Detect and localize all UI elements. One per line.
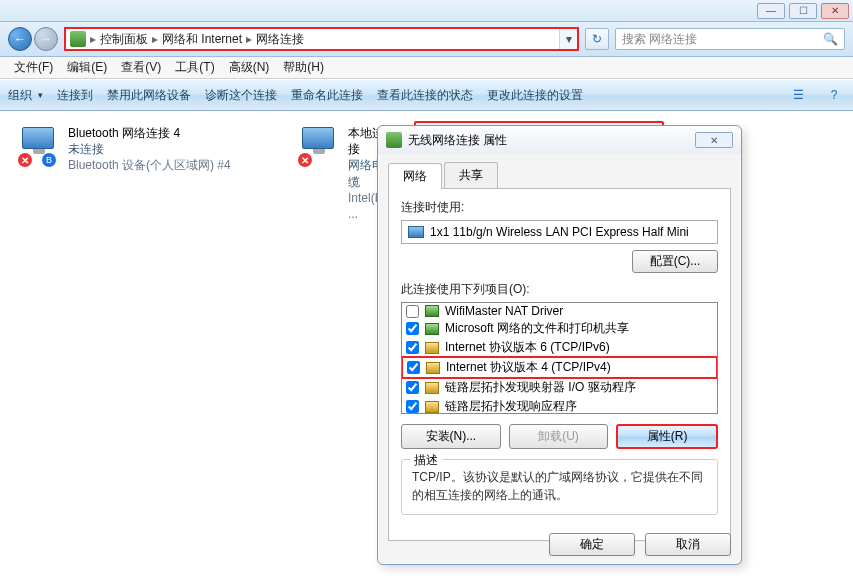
breadcrumb-sep-icon: ▸: [152, 32, 158, 46]
cmd-status[interactable]: 查看此连接的状态: [377, 87, 473, 104]
ok-button[interactable]: 确定: [549, 533, 635, 556]
item-checkbox[interactable]: [406, 341, 419, 354]
network-item-row[interactable]: 链路层拓扑发现响应程序: [402, 397, 717, 414]
dialog-title-bar[interactable]: 无线网络连接 属性 ✕: [378, 126, 741, 154]
command-bar: 组织 连接到 禁用此网络设备 诊断这个连接 重命名此连接 查看此连接的状态 更改…: [0, 79, 853, 111]
search-icon: 🔍: [823, 32, 838, 46]
breadcrumb-part-1[interactable]: 网络和 Internet: [162, 31, 242, 48]
description-text: TCP/IP。该协议是默认的广域网络协议，它提供在不同的相互连接的网络上的通讯。: [412, 468, 707, 504]
menu-file[interactable]: 文件(F): [8, 57, 59, 78]
cmd-rename[interactable]: 重命名此连接: [291, 87, 363, 104]
items-list-label: 此连接使用下列项目(O):: [401, 281, 718, 298]
item-checkbox[interactable]: [406, 322, 419, 335]
network-adapter-icon: ✕ B: [18, 125, 60, 167]
network-items-list[interactable]: WifiMaster NAT DriverMicrosoft 网络的文件和打印机…: [401, 302, 718, 414]
network-icon: [386, 132, 402, 148]
help-icon[interactable]: ?: [823, 84, 845, 106]
connection-device: Bluetooth 设备(个人区域网) #4: [68, 157, 231, 173]
menu-help[interactable]: 帮助(H): [277, 57, 330, 78]
item-checkbox[interactable]: [406, 305, 419, 318]
dialog-title: 无线网络连接 属性: [408, 132, 507, 149]
cmd-disable[interactable]: 禁用此网络设备: [107, 87, 191, 104]
adapter-name: 1x1 11b/g/n Wireless LAN PCI Express Hal…: [430, 225, 689, 239]
protocol-icon: [425, 401, 439, 413]
adapter-field: 1x1 11b/g/n Wireless LAN PCI Express Hal…: [401, 220, 718, 244]
cmd-connect[interactable]: 连接到: [57, 87, 93, 104]
breadcrumb-part-0[interactable]: 控制面板: [100, 31, 148, 48]
item-label: Microsoft 网络的文件和打印机共享: [445, 320, 629, 337]
control-panel-icon: [70, 31, 86, 47]
search-placeholder: 搜索 网络连接: [622, 31, 697, 48]
breadcrumb-sep-icon: ▸: [246, 32, 252, 46]
item-checkbox[interactable]: [406, 381, 419, 394]
refresh-button[interactable]: ↻: [585, 28, 609, 50]
item-checkbox[interactable]: [407, 361, 420, 374]
adapter-icon: [408, 226, 424, 238]
view-mode-icon[interactable]: ☰: [787, 84, 809, 106]
connection-item-lan[interactable]: ✕ 本地连接 网络电缆 Intel(R) ...: [294, 121, 384, 226]
uninstall-button[interactable]: 卸载(U): [509, 424, 609, 449]
install-button[interactable]: 安装(N)...: [401, 424, 501, 449]
item-label: WifiMaster NAT Driver: [445, 304, 563, 318]
window-maximize-button[interactable]: ☐: [789, 3, 817, 19]
connection-item-bluetooth[interactable]: ✕ B Bluetooth 网络连接 4 未连接 Bluetooth 设备(个人…: [14, 121, 264, 226]
protocol-icon: [425, 305, 439, 317]
breadcrumb-address-bar[interactable]: ▸ 控制面板 ▸ 网络和 Internet ▸ 网络连接 ▾: [64, 27, 579, 51]
cancel-button[interactable]: 取消: [645, 533, 731, 556]
breadcrumb-dropdown-icon[interactable]: ▾: [559, 29, 577, 49]
configure-button[interactable]: 配置(C)...: [632, 250, 718, 273]
protocol-icon: [425, 382, 439, 394]
protocol-icon: [426, 362, 440, 374]
item-label: Internet 协议版本 4 (TCP/IPv4): [446, 359, 611, 376]
menu-view[interactable]: 查看(V): [115, 57, 167, 78]
item-label: Internet 协议版本 6 (TCP/IPv6): [445, 339, 610, 356]
menu-tools[interactable]: 工具(T): [169, 57, 220, 78]
window-titlebar: — ☐ ✕: [0, 0, 853, 22]
menu-advanced[interactable]: 高级(N): [223, 57, 276, 78]
window-minimize-button[interactable]: —: [757, 3, 785, 19]
bluetooth-icon: B: [42, 153, 56, 167]
network-item-row[interactable]: Microsoft 网络的文件和打印机共享: [402, 319, 717, 338]
item-label: 链路层拓扑发现响应程序: [445, 398, 577, 414]
network-item-row[interactable]: WifiMaster NAT Driver: [402, 303, 717, 319]
menu-bar: 文件(F) 编辑(E) 查看(V) 工具(T) 高级(N) 帮助(H): [0, 57, 853, 79]
breadcrumb-sep-icon: ▸: [90, 32, 96, 46]
network-item-row[interactable]: 链路层拓扑发现映射器 I/O 驱动程序: [402, 378, 717, 397]
item-checkbox[interactable]: [406, 400, 419, 413]
item-label: 链路层拓扑发现映射器 I/O 驱动程序: [445, 379, 636, 396]
protocol-icon: [425, 342, 439, 354]
connect-using-label: 连接时使用:: [401, 199, 718, 216]
description-frame: 描述 TCP/IP。该协议是默认的广域网络协议，它提供在不同的相互连接的网络上的…: [401, 459, 718, 515]
connection-title: Bluetooth 网络连接 4: [68, 125, 231, 141]
protocol-icon: [425, 323, 439, 335]
network-item-row[interactable]: Internet 协议版本 6 (TCP/IPv6): [402, 338, 717, 357]
tab-panel-network: 连接时使用: 1x1 11b/g/n Wireless LAN PCI Expr…: [388, 189, 731, 541]
properties-button[interactable]: 属性(R): [616, 424, 718, 449]
connection-status: 未连接: [68, 141, 231, 157]
address-bar-row: ← → ▸ 控制面板 ▸ 网络和 Internet ▸ 网络连接 ▾ ↻ 搜索 …: [0, 22, 853, 57]
window-close-button[interactable]: ✕: [821, 3, 849, 19]
breadcrumb-part-2[interactable]: 网络连接: [256, 31, 304, 48]
network-adapter-icon: ✕: [298, 125, 340, 167]
disconnected-x-icon: ✕: [298, 153, 312, 167]
cmd-change-settings[interactable]: 更改此连接的设置: [487, 87, 583, 104]
properties-dialog: 无线网络连接 属性 ✕ 网络 共享 连接时使用: 1x1 11b/g/n Wir…: [377, 125, 742, 565]
disconnected-x-icon: ✕: [18, 153, 32, 167]
dialog-close-button[interactable]: ✕: [695, 132, 733, 148]
search-input[interactable]: 搜索 网络连接 🔍: [615, 28, 845, 50]
cmd-organize[interactable]: 组织: [8, 87, 43, 104]
network-item-row[interactable]: Internet 协议版本 4 (TCP/IPv4): [401, 356, 718, 379]
nav-back-button[interactable]: ←: [8, 27, 32, 51]
nav-forward-button[interactable]: →: [34, 27, 58, 51]
menu-edit[interactable]: 编辑(E): [61, 57, 113, 78]
cmd-diagnose[interactable]: 诊断这个连接: [205, 87, 277, 104]
description-legend: 描述: [410, 452, 442, 469]
tab-share[interactable]: 共享: [444, 162, 498, 188]
dialog-tabs: 网络 共享: [388, 162, 731, 189]
tab-network[interactable]: 网络: [388, 163, 442, 189]
